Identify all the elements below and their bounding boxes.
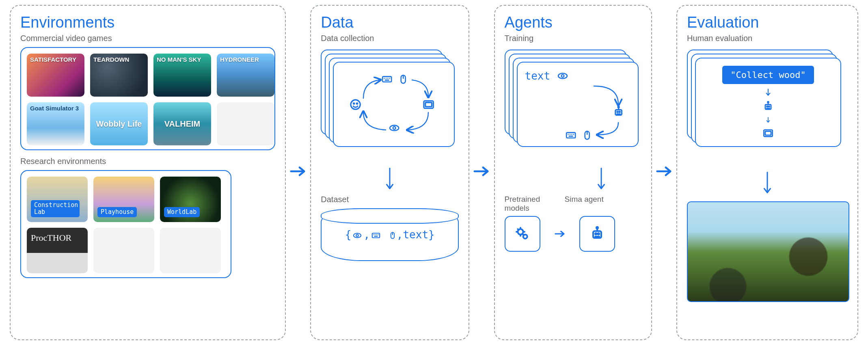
game-tile-wobblylife: Wobbly Life bbox=[90, 102, 148, 145]
robot-icon bbox=[760, 101, 776, 112]
evaluation-task: "Collect wood" bbox=[722, 66, 814, 84]
arrow-down-icon bbox=[763, 88, 773, 97]
data-loop-diagram bbox=[341, 70, 447, 139]
research-envs-label: Research environments bbox=[20, 157, 275, 166]
evaluation-stack: "Collect wood" bbox=[687, 50, 848, 155]
mouse-icon bbox=[389, 231, 397, 240]
evaluation-panel: Evaluation Human evaluation "Collect woo… bbox=[676, 5, 858, 340]
human-evaluation-label: Human evaluation bbox=[687, 34, 848, 43]
research-tile-placeholder bbox=[160, 228, 221, 273]
flow-arrow bbox=[286, 5, 310, 338]
game-tile-hydroneer: HYDRONEER bbox=[217, 54, 274, 97]
arrow-down-icon bbox=[384, 167, 396, 192]
data-panel: Data Data collection bbox=[310, 5, 469, 340]
training-label: Training bbox=[505, 34, 641, 43]
agents-title: Agents bbox=[505, 14, 641, 31]
game-tile-teardown: TEARDOWN bbox=[90, 54, 148, 97]
text-input-label: text bbox=[525, 70, 551, 82]
sima-agent-card bbox=[579, 216, 615, 252]
research-tile-worldlab: WorldLab bbox=[160, 177, 221, 222]
gamepad-icon bbox=[760, 127, 776, 139]
game-tile-satisfactory: SATISFACTORY bbox=[27, 54, 84, 97]
flow-arrow bbox=[469, 5, 494, 338]
arrow-right-icon bbox=[289, 162, 307, 181]
evaluation-game-screenshot bbox=[687, 201, 849, 302]
arrow-down-icon bbox=[763, 117, 773, 123]
arrow-right-icon bbox=[472, 162, 491, 181]
arrow-down-icon bbox=[595, 167, 607, 192]
agents-bottom-row bbox=[505, 216, 641, 252]
research-tile-procthor: ProcTHOR bbox=[27, 228, 88, 273]
game-tile-placeholder bbox=[217, 102, 274, 145]
agents-panel: Agents Training text bbox=[494, 5, 652, 340]
arrow-right-icon bbox=[548, 228, 572, 240]
sima-agent-label: Sima agent bbox=[565, 195, 613, 213]
arrow-right-icon bbox=[655, 162, 674, 181]
game-tile-nomanssky: NO MAN'S SKY bbox=[153, 54, 211, 97]
data-title: Data bbox=[321, 14, 459, 31]
commercial-games-label: Commercial video games bbox=[20, 34, 275, 43]
environments-panel: Environments Commercial video games SATI… bbox=[10, 5, 286, 340]
evaluation-title: Evaluation bbox=[687, 14, 848, 31]
research-tile-constructionlab: Construction Lab bbox=[27, 177, 88, 222]
game-tile-goatsim3: Goat Simulator 3 bbox=[27, 102, 84, 145]
gears-icon bbox=[514, 226, 531, 242]
dataset-cylinder: {, ,text} bbox=[321, 208, 459, 261]
research-tile-placeholder bbox=[93, 228, 154, 273]
research-tile-playhouse: Playhouse bbox=[93, 177, 154, 222]
dataset-label: Dataset bbox=[321, 195, 459, 204]
environments-title: Environments bbox=[20, 14, 275, 31]
eye-icon bbox=[556, 71, 570, 81]
data-collection-label: Data collection bbox=[321, 34, 459, 43]
pretrained-models-label: Pretrained models bbox=[505, 195, 553, 213]
robot-icon bbox=[589, 226, 605, 242]
eye-icon bbox=[351, 231, 363, 240]
data-collection-stack bbox=[321, 50, 459, 151]
game-tile-valheim: VALHEIM bbox=[153, 102, 211, 145]
pretrained-models-card bbox=[505, 216, 540, 252]
dataset-content: {, ,text} bbox=[345, 229, 435, 241]
flow-arrow bbox=[652, 5, 676, 338]
research-envs-box: Construction Lab Playhouse WorldLab Proc… bbox=[20, 170, 231, 278]
training-stack: text bbox=[505, 50, 641, 151]
keyboard-icon bbox=[370, 231, 382, 240]
arrow-down-icon bbox=[761, 171, 773, 196]
pipeline-diagram: Environments Commercial video games SATI… bbox=[10, 5, 858, 340]
commercial-games-box: SATISFACTORY TEARDOWN NO MAN'S SKY HYDRO… bbox=[20, 47, 275, 150]
agent-loop-diagram bbox=[525, 82, 630, 143]
